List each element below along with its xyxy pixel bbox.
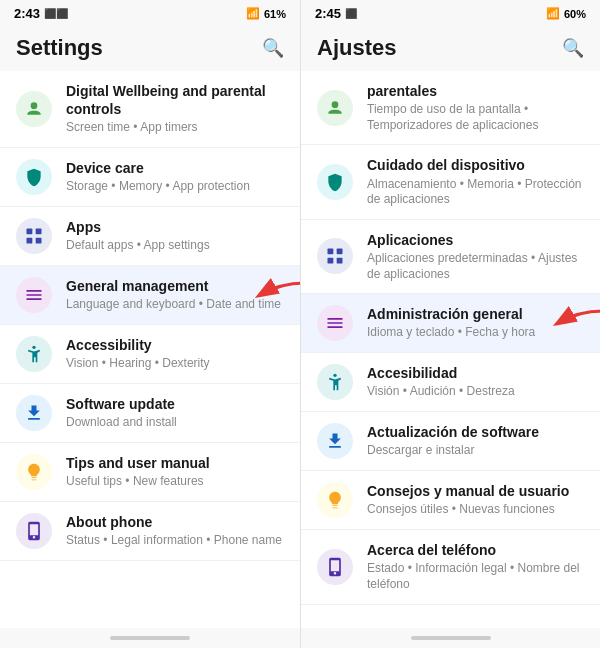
icon-accesibilidad (317, 364, 353, 400)
icon-about-phone (16, 513, 52, 549)
icon-aplicaciones (317, 238, 353, 274)
item-text-digital-wellbeing: Digital Wellbeing and parental controls … (66, 82, 284, 136)
item-subtitle-device-care: Storage • Memory • App protection (66, 179, 284, 195)
settings-item-consejos[interactable]: Consejos y manual de usuario Consejos út… (301, 471, 600, 530)
item-text-tips: Tips and user manual Useful tips • New f… (66, 454, 284, 490)
time-left: 2:43 (14, 6, 40, 21)
red-arrow-right (548, 303, 600, 343)
settings-item-digital-wellbeing[interactable]: Digital Wellbeing and parental controls … (0, 71, 300, 148)
item-text-acerca-telefono: Acerca del teléfono Estado • Información… (367, 541, 584, 592)
settings-item-parentales[interactable]: parentales Tiempo de uso de la pantalla … (301, 71, 600, 145)
icon-cuidado-dispositivo (317, 164, 353, 200)
icon-software-update (16, 395, 52, 431)
item-subtitle-consejos: Consejos útiles • Nuevas funciones (367, 502, 584, 518)
item-title-aplicaciones: Aplicaciones (367, 231, 584, 249)
item-title-consejos: Consejos y manual de usuario (367, 482, 584, 500)
item-text-about-phone: About phone Status • Legal information •… (66, 513, 284, 549)
item-subtitle-digital-wellbeing: Screen time • App timers (66, 120, 284, 136)
settings-item-administracion-general[interactable]: Administración general Idioma y teclado … (301, 294, 600, 353)
item-text-aplicaciones: Aplicaciones Aplicaciones predeterminada… (367, 231, 584, 282)
item-subtitle-accesibilidad: Visión • Audición • Destreza (367, 384, 584, 400)
item-title-digital-wellbeing: Digital Wellbeing and parental controls (66, 82, 284, 118)
svg-rect-2 (36, 228, 42, 234)
item-text-consejos: Consejos y manual de usuario Consejos út… (367, 482, 584, 518)
item-subtitle-software-update: Download and install (66, 415, 284, 431)
home-indicator-right (411, 636, 491, 640)
item-subtitle-acerca-telefono: Estado • Información legal • Nombre del … (367, 561, 584, 592)
settings-item-accesibilidad[interactable]: Accesibilidad Visión • Audición • Destre… (301, 353, 600, 412)
settings-item-actualizacion-software[interactable]: Actualización de software Descargar e in… (301, 412, 600, 471)
item-text-accesibilidad: Accesibilidad Visión • Audición • Destre… (367, 364, 584, 400)
item-text-cuidado-dispositivo: Cuidado del dispositivo Almacenamiento •… (367, 156, 584, 207)
icon-parentales (317, 90, 353, 126)
item-text-parentales: parentales Tiempo de uso de la pantalla … (367, 82, 584, 133)
settings-item-software-update[interactable]: Software update Download and install (0, 384, 300, 443)
svg-rect-7 (328, 249, 334, 255)
settings-list-right: parentales Tiempo de uso de la pantalla … (301, 71, 600, 628)
search-button-right[interactable]: 🔍 (562, 37, 584, 59)
svg-point-11 (333, 374, 336, 377)
item-title-acerca-telefono: Acerca del teléfono (367, 541, 584, 559)
svg-rect-3 (27, 238, 33, 244)
signal-left: 📶 (246, 7, 260, 20)
settings-list-left: Digital Wellbeing and parental controls … (0, 71, 300, 628)
icon-general-management (16, 277, 52, 313)
item-text-actualizacion-software: Actualización de software Descargar e in… (367, 423, 584, 459)
notif-icons-left: ⬛⬛ (44, 8, 68, 19)
icon-actualizacion-software (317, 423, 353, 459)
svg-point-5 (32, 346, 35, 349)
icon-administracion-general (317, 305, 353, 341)
item-text-accessibility: Accessibility Vision • Hearing • Dexteri… (66, 336, 284, 372)
settings-item-device-care[interactable]: Device care Storage • Memory • App prote… (0, 148, 300, 207)
item-title-tips: Tips and user manual (66, 454, 284, 472)
svg-rect-1 (27, 228, 33, 234)
svg-point-6 (332, 101, 339, 108)
battery-right: 60% (564, 8, 586, 20)
search-button-left[interactable]: 🔍 (262, 37, 284, 59)
item-subtitle-tips: Useful tips • New features (66, 474, 284, 490)
item-title-parentales: parentales (367, 82, 584, 100)
item-subtitle-cuidado-dispositivo: Almacenamiento • Memoria • Protección de… (367, 177, 584, 208)
status-bar-left: 2:43 ⬛⬛ 📶 61% (0, 0, 300, 25)
item-title-about-phone: About phone (66, 513, 284, 531)
page-title-left: Settings (16, 35, 103, 61)
svg-rect-10 (337, 258, 343, 264)
item-subtitle-apps: Default apps • App settings (66, 238, 284, 254)
item-title-apps: Apps (66, 218, 284, 236)
svg-rect-4 (36, 238, 42, 244)
bottom-bar-right (301, 628, 600, 648)
icon-device-care (16, 159, 52, 195)
page-header-left: Settings 🔍 (0, 25, 300, 71)
icon-accessibility (16, 336, 52, 372)
settings-item-tips[interactable]: Tips and user manual Useful tips • New f… (0, 443, 300, 502)
item-title-accesibilidad: Accesibilidad (367, 364, 584, 382)
item-subtitle-about-phone: Status • Legal information • Phone name (66, 533, 284, 549)
time-right: 2:45 (315, 6, 341, 21)
settings-item-acerca-telefono[interactable]: Acerca del teléfono Estado • Información… (301, 530, 600, 604)
item-text-apps: Apps Default apps • App settings (66, 218, 284, 254)
settings-item-apps[interactable]: Apps Default apps • App settings (0, 207, 300, 266)
settings-item-about-phone[interactable]: About phone Status • Legal information •… (0, 502, 300, 561)
notif-icons-right: ⬛ (345, 8, 357, 19)
icon-apps (16, 218, 52, 254)
item-title-actualizacion-software: Actualización de software (367, 423, 584, 441)
page-title-right: Ajustes (317, 35, 396, 61)
settings-item-general-management[interactable]: General management Language and keyboard… (0, 266, 300, 325)
svg-rect-9 (328, 258, 334, 264)
settings-item-accessibility[interactable]: Accessibility Vision • Hearing • Dexteri… (0, 325, 300, 384)
item-subtitle-actualizacion-software: Descargar e instalar (367, 443, 584, 459)
settings-item-aplicaciones[interactable]: Aplicaciones Aplicaciones predeterminada… (301, 220, 600, 294)
item-text-device-care: Device care Storage • Memory • App prote… (66, 159, 284, 195)
svg-point-0 (31, 102, 38, 109)
icon-consejos (317, 482, 353, 518)
signal-right: 📶 (546, 7, 560, 20)
item-title-software-update: Software update (66, 395, 284, 413)
item-title-cuidado-dispositivo: Cuidado del dispositivo (367, 156, 584, 174)
home-indicator-left (110, 636, 190, 640)
right-panel: 2:45 ⬛ 📶 60% Ajustes 🔍 parentales Tiempo… (300, 0, 600, 648)
battery-left: 61% (264, 8, 286, 20)
item-subtitle-aplicaciones: Aplicaciones predeterminadas • Ajustes d… (367, 251, 584, 282)
item-title-device-care: Device care (66, 159, 284, 177)
settings-item-cuidado-dispositivo[interactable]: Cuidado del dispositivo Almacenamiento •… (301, 145, 600, 219)
page-header-right: Ajustes 🔍 (301, 25, 600, 71)
